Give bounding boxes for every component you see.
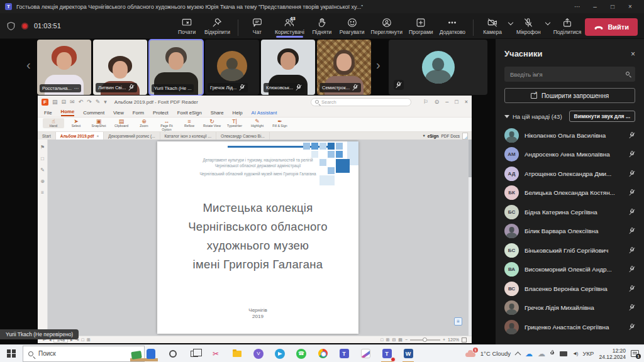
- esign-pdf-docs[interactable]: ▾ eSignPDF Docs: [423, 132, 472, 140]
- teams-icon[interactable]: T: [337, 347, 351, 361]
- mic-muted-icon[interactable]: [629, 304, 635, 311]
- taskbar-search-box[interactable]: Поиск: [23, 346, 145, 362]
- layout-icon-4[interactable]: ▤: [398, 337, 402, 343]
- unpin-button[interactable]: Відкріпити: [202, 16, 233, 36]
- menu-ai-assistant[interactable]: AI Assistant: [252, 110, 277, 116]
- mic-muted-icon[interactable]: [629, 285, 635, 292]
- mail-icon[interactable]: ✉: [70, 99, 75, 105]
- participant-row[interactable]: БС Біньковський Гліб Сергійович: [504, 241, 635, 260]
- zoom-in-icon[interactable]: +: [443, 337, 445, 342]
- tab-start[interactable]: Start: [38, 132, 56, 140]
- scrollbar-thumb[interactable]: [469, 140, 472, 177]
- layers-panel-icon[interactable]: ≡: [41, 190, 44, 195]
- mic-button[interactable]: Мікрофон: [514, 16, 543, 36]
- tool-select[interactable]: ➤Select: [65, 118, 87, 128]
- menu-help[interactable]: Help: [233, 110, 243, 116]
- zoom-slider[interactable]: [410, 339, 440, 341]
- undo-icon[interactable]: ↶: [79, 99, 84, 105]
- tool-highlight[interactable]: ✎Highlight: [247, 118, 268, 128]
- tab-close-icon[interactable]: ×: [96, 134, 99, 138]
- start-button[interactable]: [7, 349, 16, 358]
- video-tile-klyukovskyi[interactable]: Клюковськ...: [261, 40, 315, 95]
- participant-row[interactable]: БК Белицька Олександра Костян...: [504, 184, 635, 203]
- speaker-icon[interactable]: ◄): [572, 351, 578, 356]
- tab-album-2019[interactable]: Альбом 2019.pdf×: [56, 132, 104, 140]
- paint-icon[interactable]: [358, 347, 372, 361]
- menu-comment[interactable]: Comment: [83, 110, 104, 116]
- tab-dekoratyvnyi-rozpys[interactable]: Декоративний розпис (...: [104, 132, 160, 140]
- mic-muted-icon[interactable]: [629, 228, 635, 234]
- participant-row[interactable]: ВА Високоморний Олексій Андр...: [504, 260, 635, 280]
- tool-fill-sign[interactable]: ✒Fill & Sign: [269, 118, 291, 128]
- tab-oleksandr-saienko[interactable]: Олександр Саєнко Ві...: [216, 132, 270, 140]
- participant-row[interactable]: Гриценко Анастасія Сергіївна: [504, 317, 635, 337]
- participant-row[interactable]: АД Атрощенко Олександра Дми...: [504, 164, 635, 184]
- panel-close-icon[interactable]: ×: [631, 50, 635, 58]
- mic-muted-icon[interactable]: [629, 132, 635, 139]
- tray-camera-icon[interactable]: [560, 351, 567, 356]
- zoom-slider-knob[interactable]: [423, 337, 427, 342]
- minimize-button[interactable]: –: [586, 3, 604, 10]
- titlebar-more-button[interactable]: ⋯: [569, 3, 586, 10]
- foxit-search-box[interactable]: Search: [311, 98, 411, 106]
- video-tile-semystrok[interactable]: Семистрок...: [317, 40, 371, 95]
- participant-row[interactable]: Білик Варвара Олексіївна: [504, 222, 635, 241]
- foxit-close-button[interactable]: ×: [465, 99, 468, 105]
- foxit-minimize-button[interactable]: –: [445, 99, 448, 105]
- pdf-scrollbar[interactable]: [469, 140, 472, 336]
- mic-muted-icon[interactable]: [629, 209, 635, 216]
- camera-button[interactable]: Камера: [479, 16, 506, 36]
- view-button[interactable]: Переглянути: [369, 16, 405, 36]
- tool-typewriter[interactable]: T|Typewriter: [224, 118, 245, 128]
- participants-button[interactable]: 43 Користувачі: [272, 16, 307, 36]
- bookmark-panel-icon[interactable]: ⚑: [40, 145, 45, 150]
- participant-row[interactable]: БС Бідна Катерина Сергіївна: [504, 202, 635, 222]
- menu-form[interactable]: Form: [133, 110, 144, 116]
- mic-muted-icon[interactable]: [629, 170, 635, 177]
- pages-panel-icon[interactable]: □: [41, 156, 44, 162]
- menu-file[interactable]: File: [44, 110, 52, 116]
- layout-icon-2[interactable]: ⊞: [386, 337, 390, 343]
- camera-options-chevron-icon[interactable]: [508, 20, 513, 25]
- share-button[interactable]: Поділитися: [551, 16, 584, 36]
- layout-icon-3[interactable]: ⊟: [392, 337, 396, 343]
- section-collapse-icon[interactable]: [504, 115, 509, 118]
- chrome-icon[interactable]: [316, 347, 330, 361]
- menu-share[interactable]: Share: [211, 110, 224, 116]
- tool-page-fit[interactable]: ↔Page Fit Option: [156, 118, 177, 131]
- pen-dropdown-icon[interactable]: ✎: [96, 99, 101, 105]
- facing-pages-icon[interactable]: ⊞: [87, 337, 91, 343]
- qat-chevron-icon[interactable]: ▾: [104, 99, 107, 105]
- weather-text[interactable]: 1°C Cloudy: [480, 350, 511, 357]
- more-options-button[interactable]: Додатково: [437, 16, 468, 36]
- layout-icon-1[interactable]: □: [380, 337, 383, 342]
- tabs-chevron-icon[interactable]: ▾: [423, 133, 425, 138]
- file-explorer-icon[interactable]: [230, 347, 244, 361]
- tool-rotate-view[interactable]: ↻Rotate View: [201, 118, 223, 128]
- weather-icon[interactable]: 1: [465, 350, 475, 357]
- chat-button[interactable]: Чат: [243, 16, 271, 36]
- viber-icon[interactable]: V: [252, 347, 265, 361]
- attachments-panel-icon[interactable]: ⊕: [40, 178, 45, 184]
- tray-mic-icon[interactable]: [550, 350, 555, 357]
- snipping-tool-icon[interactable]: ✂: [209, 347, 223, 361]
- participant-row[interactable]: Гречок Лідія Михайлівна: [504, 299, 635, 318]
- foxit-maximize-button[interactable]: □: [455, 99, 458, 105]
- participant-search-input[interactable]: [504, 67, 635, 82]
- teams-meeting-icon[interactable]: T: [380, 347, 394, 361]
- filmstrip-next-icon[interactable]: ›: [376, 58, 380, 72]
- language-indicator[interactable]: УКР: [583, 350, 594, 357]
- tray-expand-chevron-icon[interactable]: [515, 351, 521, 358]
- tile-more-icon[interactable]: ⋯: [74, 85, 79, 91]
- mic-muted-icon[interactable]: [629, 247, 635, 254]
- single-page-icon[interactable]: □: [81, 337, 84, 342]
- zoom-level[interactable]: 120%: [448, 337, 459, 342]
- maximize-button[interactable]: □: [604, 3, 621, 10]
- video-tile-yurii-tkach[interactable]: Yurii Tkach (Не ...: [149, 40, 203, 95]
- whatsapp-icon[interactable]: ☎: [294, 347, 308, 361]
- leave-button[interactable]: Вийти: [585, 18, 638, 36]
- self-video-tile[interactable]: [389, 40, 487, 95]
- word-icon[interactable]: W: [401, 347, 415, 361]
- save-icon[interactable]: ▤: [52, 99, 58, 105]
- video-tile-lytvyn[interactable]: Литвин Сві...: [93, 40, 147, 95]
